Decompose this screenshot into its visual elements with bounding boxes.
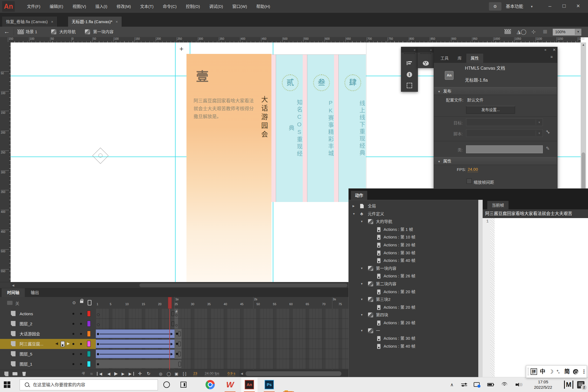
script-editor[interactable]: 1 <box>483 218 588 377</box>
step-back-icon[interactable]: ◀ <box>106 370 112 378</box>
tab-current-frame[interactable]: 当前帧 <box>487 201 509 209</box>
scroll-up-icon[interactable]: ▲ <box>581 43 586 46</box>
layer-visible-dot[interactable] <box>72 363 74 365</box>
edit-multiple-frames-icon[interactable]: ▣ <box>174 370 179 378</box>
tab-库[interactable]: 库 <box>454 54 466 63</box>
go-to-last-frame-icon[interactable]: ▶ <box>127 372 134 376</box>
wps-icon[interactable]: W <box>225 380 235 389</box>
ime-punct-icon[interactable]: °, <box>557 366 559 378</box>
layer-row[interactable]: 图层_2 <box>0 319 348 329</box>
class-field[interactable] <box>466 145 543 153</box>
tree-row[interactable]: ▼第四块 <box>349 311 478 319</box>
layer-lock-dot[interactable] <box>80 333 82 335</box>
scale-spans-checkbox[interactable] <box>467 179 472 184</box>
expand-panel-icon[interactable]: » <box>401 47 418 53</box>
task-view-icon[interactable] <box>180 382 186 388</box>
profile-value[interactable]: 默认文件 <box>467 97 483 103</box>
menu-插入(I)[interactable]: 插入(I) <box>91 0 112 13</box>
document-tab[interactable]: 无标题-1.fla (Canvas)*× <box>68 17 122 27</box>
tray-expand-icon[interactable]: ∧ <box>449 377 455 392</box>
loop-icon[interactable]: ↻ <box>146 370 151 378</box>
layer-frames[interactable] <box>96 359 348 369</box>
menu-调试(D)[interactable]: 调试(D) <box>204 0 228 13</box>
current-frame-indicator[interactable]: 23 <box>193 371 197 376</box>
tree-row[interactable]: Actions : 第 20 帧 <box>349 288 478 296</box>
scroll-left-icon[interactable]: ◀ <box>241 372 243 375</box>
menu-窗口(W)[interactable]: 窗口(W) <box>228 0 252 13</box>
show-hide-all-layers-icon[interactable]: ⊙ <box>72 300 76 305</box>
workspace-selector[interactable]: 基本功能 <box>506 0 523 13</box>
tab-工具[interactable]: 工具 <box>436 54 453 63</box>
info-icon[interactable]: i <box>401 68 418 80</box>
menu-文本(T)[interactable]: 文本(T) <box>136 0 158 13</box>
layer-name[interactable]: 图层_2 <box>20 319 32 329</box>
align-icon[interactable] <box>401 57 418 68</box>
timeline-h-scrollbar[interactable]: ◀ <box>240 370 348 378</box>
layer-outline-swatch[interactable] <box>87 361 91 367</box>
center-playhead-icon[interactable]: ✛ <box>137 370 143 378</box>
color-palette-icon[interactable] <box>418 57 434 68</box>
onion-marker-chip[interactable] <box>61 341 65 347</box>
layer-name-cell[interactable]: Actions <box>0 309 96 319</box>
scroll-left-icon[interactable]: ◀ <box>12 283 14 288</box>
workspace-switch-icon[interactable]: ⚙ <box>489 2 501 11</box>
breadcrumb-item[interactable]: 第一块内容 <box>93 27 114 37</box>
menu-编辑(E)[interactable]: 编辑(E) <box>45 0 68 13</box>
clip-content-icon[interactable]: ▩ <box>543 29 547 34</box>
tree-row[interactable]: Actions : 第 10 帧 <box>349 233 478 241</box>
photoshop-icon[interactable]: Ps <box>265 380 274 389</box>
tree-row[interactable]: Actions : 第 1 帧 <box>349 226 478 233</box>
menu-修改(M)[interactable]: 修改(M) <box>112 0 136 13</box>
layer-frames[interactable] <box>96 329 348 339</box>
tray-settings-icon[interactable] <box>461 383 467 387</box>
layer-frames[interactable]: a <box>96 309 348 318</box>
layer-lock-dot[interactable] <box>80 363 82 365</box>
guide-vertical[interactable] <box>175 42 176 282</box>
tray-clock[interactable]: 17:05 2022/5/22 <box>525 379 561 390</box>
layer-name[interactable]: Actions <box>20 309 33 319</box>
tree-scrollbar[interactable] <box>478 200 483 377</box>
maximize-button[interactable]: □ <box>557 0 571 12</box>
menu-文件(F)[interactable]: 文件(F) <box>22 0 45 13</box>
collapse-arrow-icon[interactable]: ▼ <box>360 296 363 303</box>
tree-row[interactable]: ▼第二块内容 <box>349 280 478 288</box>
layer-outline-swatch[interactable] <box>87 311 91 317</box>
layer-frames[interactable] <box>96 319 348 329</box>
menu-控制(O)[interactable]: 控制(O) <box>181 0 205 13</box>
tween-span[interactable] <box>96 339 174 348</box>
panel-grip[interactable] <box>420 53 431 56</box>
layer-name-cell[interactable]: 图层_5 <box>0 349 96 359</box>
ribbon-column[interactable]: 叁PK赛事精彩丰城 <box>307 54 335 202</box>
delete-layer-icon[interactable] <box>22 372 26 376</box>
transform-icon[interactable] <box>401 80 418 91</box>
taskbar-search-input[interactable]: 在这里输入你要搜索的内容 <box>20 379 158 390</box>
onion-outline-icon[interactable]: ◯ <box>166 370 171 378</box>
layer-frames[interactable] <box>96 339 348 349</box>
layer-name-cell[interactable]: 图层_2 <box>0 319 96 329</box>
expand-panel-icon[interactable]: » <box>418 47 434 53</box>
layer-visible-dot[interactable] <box>72 333 74 335</box>
tree-row[interactable]: ▼一 <box>349 327 478 335</box>
marktext-tray-icon[interactable]: M <box>564 381 573 389</box>
ime-grip[interactable] <box>528 368 528 375</box>
onion-left-icon[interactable]: ◀ <box>55 341 58 345</box>
ime-logo-icon[interactable] <box>573 369 578 374</box>
frame-rate-indicator[interactable]: 24.00 fps <box>205 371 219 376</box>
scroll-panel-one[interactable] <box>186 54 271 282</box>
publish-section-header[interactable]: ▼发布 <box>434 87 557 95</box>
tree-row[interactable]: ▼大的导航 <box>349 218 478 225</box>
panel-number-text[interactable]: 壹 <box>196 66 209 84</box>
layer-name[interactable]: 阿三酱豆腐... <box>20 339 44 349</box>
layer-row[interactable]: 图层_5 <box>0 349 348 359</box>
collapse-arrow-icon[interactable]: ▼ <box>360 280 363 288</box>
layer-outline-swatch[interactable] <box>87 341 91 347</box>
layer-outline-swatch[interactable] <box>87 351 91 357</box>
playhead[interactable] <box>168 297 172 309</box>
new-layer-icon[interactable] <box>4 372 8 376</box>
ime-moon-icon[interactable]: ☽ <box>549 366 553 378</box>
target-dropdown[interactable]: ▼ <box>466 118 543 126</box>
ime-simplified-icon[interactable]: 简 <box>564 366 570 378</box>
ime-lang-toggle[interactable]: 中 <box>540 366 545 378</box>
collapse-arrow-icon[interactable]: ▼ <box>360 265 363 272</box>
close-panel-icon[interactable]: ✕ <box>553 48 556 52</box>
